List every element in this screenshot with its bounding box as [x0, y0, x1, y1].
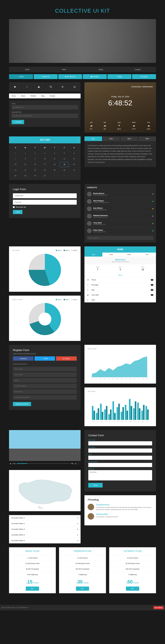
cal-day[interactable]: 4 — [50, 151, 59, 156]
tab[interactable]: TAB 3 — [120, 136, 138, 141]
nav2-item[interactable]: ⌂ Home — [9, 74, 33, 79]
play-icon[interactable]: ▶ — [10, 463, 11, 464]
contact-item[interactable]: Tony Starktonystark@gmail.com — [87, 220, 153, 227]
nav3-item[interactable]: Home — [9, 94, 19, 98]
nav1-item[interactable]: Contact — [119, 67, 156, 72]
register-input[interactable] — [13, 372, 77, 377]
cal-day[interactable]: 28 — [11, 173, 20, 178]
cal-day[interactable]: 19 — [60, 162, 69, 167]
nav1-item[interactable]: Work — [46, 67, 83, 72]
nav3-item[interactable]: About — [19, 94, 28, 98]
contact-item[interactable]: Peter Parkerspiderboy@gmail.com — [87, 227, 153, 234]
footer-button[interactable]: 看过下载地址 — [153, 606, 164, 609]
cal-day[interactable]: 1 — [50, 173, 59, 178]
menu-item[interactable]: ⊞More — [84, 298, 156, 302]
contact-input[interactable] — [88, 456, 152, 460]
username-input[interactable] — [13, 193, 77, 198]
video-progress[interactable] — [17, 463, 69, 464]
cal-day[interactable]: 12 — [60, 156, 69, 161]
tab[interactable]: TAB 1 — [84, 136, 102, 141]
nav3-item[interactable]: Blog — [39, 94, 47, 98]
cal-next-icon[interactable]: › — [78, 139, 78, 141]
password-input[interactable] — [13, 200, 77, 205]
home-tab[interactable]: Week — [102, 252, 120, 256]
cal-day[interactable]: 30 — [11, 151, 20, 156]
cal-day[interactable]: 2 — [60, 173, 69, 178]
contact-search-input[interactable] — [87, 236, 153, 240]
title-input[interactable] — [12, 105, 78, 110]
cal-day[interactable]: 30 — [31, 173, 40, 178]
cal-prev-icon[interactable]: ‹ — [11, 139, 12, 141]
cal-day[interactable]: 13 — [70, 156, 79, 161]
home-tab[interactable]: Today — [84, 252, 102, 256]
cal-day[interactable]: 5 — [60, 151, 69, 156]
cal-day[interactable]: 26 — [60, 168, 69, 172]
register-input[interactable] — [13, 395, 77, 400]
cal-day[interactable]: 24 — [40, 168, 49, 172]
cal-day[interactable]: 11 — [50, 156, 59, 161]
cal-day[interactable]: 3 — [40, 151, 49, 156]
tweet-handle[interactable]: @wintersoldier — [96, 513, 118, 515]
cal-day[interactable]: 3 — [70, 173, 79, 178]
message-input[interactable] — [88, 470, 152, 480]
google-button[interactable]: g+ Google+ — [56, 356, 77, 361]
cal-day[interactable]: 23 — [31, 168, 40, 172]
contact-input[interactable] — [88, 448, 152, 452]
menu-item[interactable]: ☎Phone2 — [84, 277, 156, 282]
twitter-button[interactable]: 🐦 Twitter — [35, 356, 55, 361]
cal-day[interactable]: 20 — [70, 162, 79, 167]
accordion-item[interactable]: Accordion Menu 1▾ — [9, 515, 81, 521]
upload-button[interactable]: ⬆ UPLOAD — [12, 120, 24, 124]
menu-item[interactable]: @Mail4 — [84, 287, 156, 292]
cal-day[interactable]: 27 — [70, 168, 79, 172]
create-account-button[interactable]: CREATE ACCOUNT — [13, 402, 31, 406]
cal-day[interactable]: 21 — [11, 168, 20, 172]
accordion-item[interactable]: Accordion Menu 2▸ — [9, 521, 81, 526]
toolbar-icon[interactable]: ◉ — [33, 82, 45, 92]
desc-input[interactable] — [12, 114, 78, 118]
cal-day[interactable]: 8 — [21, 156, 30, 161]
register-input[interactable] — [13, 378, 77, 383]
tweet-handle[interactable]: @captanamerica — [96, 504, 153, 506]
facebook-button[interactable]: f Facebook — [13, 356, 34, 361]
cal-day[interactable]: 18 — [50, 162, 59, 167]
contact-item[interactable]: Bucky Barneswintersoldier@gmail.com — [87, 190, 153, 198]
tab[interactable]: TAB 4 — [138, 136, 156, 141]
volume-icon[interactable]: 🔊 — [75, 463, 77, 464]
register-input[interactable] — [13, 384, 77, 388]
cal-day[interactable]: 22 — [21, 168, 30, 172]
home-tab[interactable]: Year — [138, 252, 156, 256]
cal-day[interactable]: 9 — [31, 156, 40, 161]
toolbar-icon[interactable]: ⚬ — [21, 82, 33, 92]
cal-day[interactable]: 17 — [40, 162, 49, 167]
remember-checkbox[interactable] — [13, 206, 15, 208]
toolbar-icon[interactable]: ✱ — [9, 82, 21, 92]
buy-button[interactable]: BUY — [76, 586, 89, 591]
register-input[interactable] — [13, 367, 77, 371]
nav2-item[interactable]: ✉ Contact — [132, 74, 156, 79]
cal-day[interactable]: 31 — [40, 173, 49, 178]
toolbar-icon[interactable]: ⟳ — [57, 82, 69, 92]
cal-day[interactable]: 10 — [40, 156, 49, 161]
cal-day[interactable]: 6 — [70, 151, 79, 156]
nav3-item[interactable]: Portfolio — [28, 94, 39, 98]
home-tab[interactable]: Month — [120, 252, 138, 256]
contact-input[interactable] — [88, 441, 152, 446]
menu-item[interactable]: ✉Messages7 — [84, 282, 156, 287]
contact-item[interactable]: Sam Wilsonflyingfalcon@gmail.com — [87, 205, 153, 212]
map-widget[interactable] — [9, 470, 81, 511]
buy-button[interactable]: BUY — [126, 586, 139, 591]
menu-item[interactable]: 🔊Voice Mail0 — [84, 292, 156, 298]
cal-day[interactable]: 29 — [21, 173, 30, 178]
toolbar-icon[interactable]: ⊡ — [69, 82, 81, 92]
nav2-item[interactable]: ✎ Blog — [107, 74, 131, 79]
video-frame[interactable] — [9, 430, 81, 461]
contact-input[interactable] — [88, 463, 152, 467]
contact-item[interactable]: Natasha Romanovblackwidow@hotmail.com — [87, 212, 153, 220]
register-input[interactable] — [13, 389, 77, 394]
cal-day[interactable]: 1 — [21, 151, 30, 156]
nav3-item[interactable]: Contact — [47, 94, 58, 98]
cal-day[interactable]: 2 — [31, 151, 40, 156]
accordion-item[interactable]: Accordion Menu 3▸ — [9, 526, 81, 532]
nav2-item[interactable]: ◆ Our Services — [58, 74, 82, 79]
